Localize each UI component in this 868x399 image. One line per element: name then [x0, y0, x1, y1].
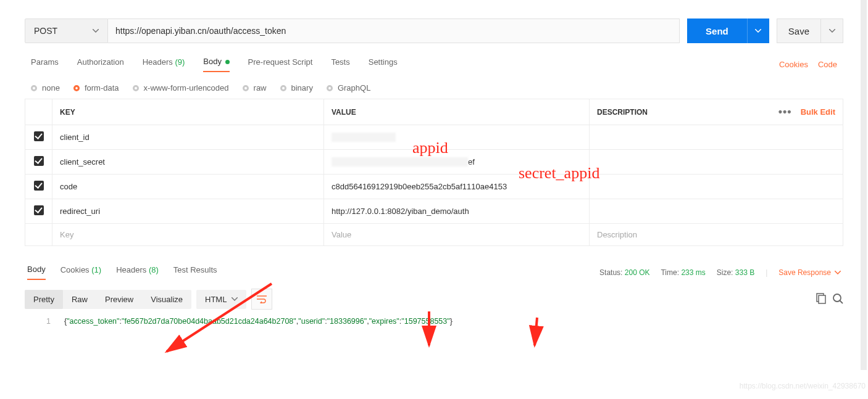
blurred-value: xxxxxxxxxxxxxxxxxxxxxxxxxxxxxxxxxx: [332, 157, 468, 167]
tab-body[interactable]: Body: [203, 57, 229, 72]
tab-body-label: Body: [203, 57, 222, 66]
th-key: KEY: [52, 99, 324, 125]
annotation-secret-appid: secret_appid: [519, 164, 599, 183]
chevron-down-icon: [835, 271, 841, 274]
table-row: [25, 199, 843, 224]
radio-graphql-label: GraphQL: [338, 83, 370, 93]
chevron-down-icon: [232, 297, 238, 301]
desc-input-empty[interactable]: [597, 230, 835, 239]
desc-input[interactable]: [597, 133, 835, 142]
key-input[interactable]: [60, 182, 316, 191]
watermark: https://blog.csdn.net/weixin_42938670: [740, 382, 866, 390]
headers-count: (9): [175, 57, 185, 67]
tab-params[interactable]: Params: [31, 57, 59, 72]
blurred-value: xxxxxxxxxxxxxxxx: [332, 133, 396, 142]
tab-headers-label: Headers: [143, 57, 173, 67]
chevron-down-icon: [829, 29, 835, 33]
tab-settings[interactable]: Settings: [369, 57, 398, 72]
response-body: 1 {"access_token":"fe567b2d7da70be04d4ba…: [25, 317, 843, 326]
th-description-label: DESCRIPTION: [597, 108, 648, 117]
resp-tab-cookies[interactable]: Cookies (1): [61, 265, 101, 279]
line-number: 1: [25, 317, 56, 326]
formdata-table: KEY VALUE DESCRIPTION ••• Bulk Edit: [25, 99, 843, 246]
search-icon[interactable]: [832, 293, 843, 306]
cookies-count: (1): [91, 265, 101, 274]
desc-input[interactable]: [597, 157, 835, 167]
desc-input[interactable]: [597, 182, 835, 191]
dot-icon: [225, 60, 230, 64]
radio-formdata[interactable]: form-data: [73, 83, 119, 93]
value-input[interactable]: [332, 182, 582, 191]
key-input[interactable]: [60, 207, 316, 216]
chevron-down-icon: [93, 29, 99, 33]
size-value: 333 B: [735, 268, 754, 277]
size-label: Size:: [717, 268, 733, 277]
resp-tab-headers-label: Headers: [116, 265, 146, 274]
cookies-link[interactable]: Cookies: [779, 60, 808, 69]
key-input-empty[interactable]: [60, 230, 316, 239]
radio-raw-label: raw: [254, 83, 267, 93]
radio-binary[interactable]: binary: [280, 83, 313, 93]
radio-graphql[interactable]: GraphQL: [327, 83, 370, 93]
row-checkbox[interactable]: [34, 131, 44, 141]
viewmode-visualize[interactable]: Visualize: [142, 290, 191, 309]
lang-value: HTML: [205, 295, 227, 304]
radio-formdata-label: form-data: [85, 83, 119, 93]
resp-headers-count: (8): [149, 265, 159, 274]
th-description: DESCRIPTION ••• Bulk Edit: [590, 99, 843, 125]
desc-input[interactable]: [597, 207, 835, 216]
http-method-select[interactable]: POST: [25, 19, 108, 43]
row-checkbox[interactable]: [34, 181, 44, 191]
response-json[interactable]: {"access_token":"fe567b2d7da70be04d4baab…: [64, 317, 453, 326]
th-value: VALUE: [324, 99, 590, 125]
copy-icon[interactable]: [815, 293, 826, 306]
resp-tab-headers[interactable]: Headers (8): [116, 265, 159, 279]
row-checkbox[interactable]: [34, 205, 44, 215]
tab-prerequest[interactable]: Pre-request Script: [248, 57, 313, 72]
svg-rect-1: [819, 295, 825, 303]
th-checkbox: [25, 99, 52, 125]
lang-select[interactable]: HTML: [196, 290, 246, 309]
key-input[interactable]: [60, 157, 316, 167]
annotation-appid: appid: [412, 139, 448, 157]
radio-raw[interactable]: raw: [243, 83, 267, 93]
status-value: 200 OK: [625, 268, 650, 277]
resp-tab-test-results[interactable]: Test Results: [173, 265, 217, 279]
status-label: Status:: [599, 268, 622, 277]
value-input-empty[interactable]: [332, 230, 582, 239]
scrollbar[interactable]: [861, 0, 867, 370]
value-input[interactable]: [332, 207, 582, 216]
svg-line-3: [840, 300, 843, 303]
resp-tab-body[interactable]: Body: [27, 265, 46, 280]
radio-none-label: none: [42, 83, 60, 93]
radio-binary-label: binary: [291, 83, 313, 93]
table-row: [25, 175, 843, 199]
radio-xwww[interactable]: x-www-form-urlencoded: [133, 83, 229, 93]
save-response-button[interactable]: Save Response: [778, 268, 841, 277]
save-dropdown-button[interactable]: [821, 19, 843, 43]
send-dropdown-button[interactable]: [747, 19, 769, 43]
code-link[interactable]: Code: [818, 60, 837, 69]
time-label: Time:: [661, 268, 679, 277]
bulk-edit-link[interactable]: Bulk Edit: [801, 107, 835, 117]
chevron-down-icon: [755, 29, 761, 33]
save-response-label: Save Response: [778, 268, 831, 277]
http-method-value: POST: [34, 26, 57, 36]
send-button[interactable]: Send: [687, 19, 747, 43]
radio-none[interactable]: none: [31, 83, 60, 93]
time-value: 233 ms: [681, 268, 705, 277]
radio-xwww-label: x-www-form-urlencoded: [144, 83, 229, 93]
save-button[interactable]: Save: [777, 19, 821, 43]
tab-headers[interactable]: Headers (9): [143, 57, 185, 72]
wrap-icon[interactable]: [251, 289, 272, 310]
viewmode-pretty[interactable]: Pretty: [25, 290, 63, 309]
tab-tests[interactable]: Tests: [331, 57, 349, 72]
tab-authorization[interactable]: Authorization: [77, 57, 124, 72]
value-suffix: ef: [468, 157, 475, 167]
request-url-input[interactable]: [108, 19, 680, 43]
viewmode-preview[interactable]: Preview: [96, 290, 142, 309]
more-icon[interactable]: •••: [778, 105, 792, 118]
key-input[interactable]: [60, 133, 316, 142]
row-checkbox[interactable]: [34, 156, 44, 166]
viewmode-raw[interactable]: Raw: [63, 290, 96, 309]
